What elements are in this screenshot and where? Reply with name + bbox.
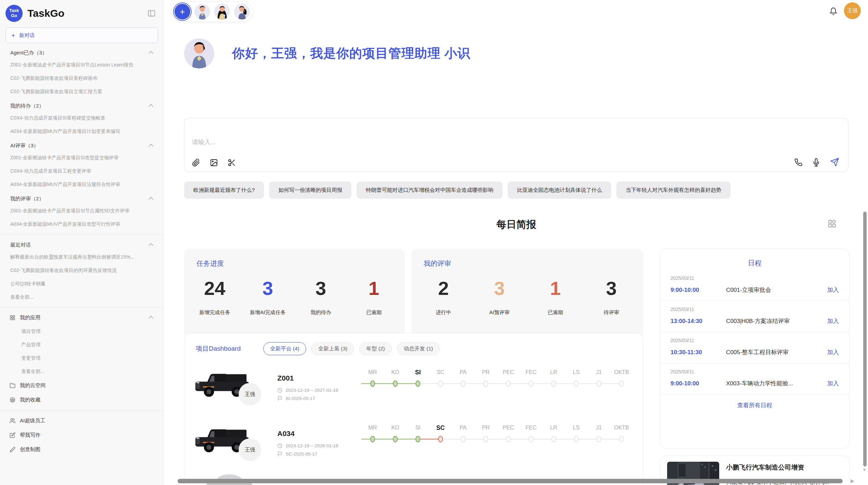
suggestion-chip[interactable]: 特朗普可能对进口汽车增税会对中国车企造成哪些影响 (357, 182, 503, 199)
dashboard-tab[interactable]: 全新上装 (3) (311, 342, 354, 355)
schedule-date: 2025/03/11 (671, 307, 839, 312)
sidebar-creative-drawing[interactable]: 创意制图 (0, 442, 164, 457)
recent-item[interactable]: C02-飞腾新能源轻客改款项目的闭环通告反馈情况 (0, 264, 164, 277)
project-dashboard-card: 项目Dashboard 全新平台 (4)全新上装 (3)年型 (2)动总开发 (… (184, 333, 643, 485)
recent-list: 解释最新出台的欧盟报废车法规再生塑料比例被调至15%...C02-飞腾新能源轻客… (0, 250, 164, 304)
sidebar-section-my-review[interactable]: 我的评审（2） (0, 191, 164, 204)
sidebar-section-agent-done[interactable]: Agent已办（3） (0, 45, 164, 58)
chat-input[interactable]: 请输入... (192, 138, 704, 146)
sidebar-item[interactable]: Z001-全新燃油皮卡产品开发项目SI节点Lesson Learn报告 (0, 58, 164, 72)
milestone-dot-area (588, 433, 610, 445)
microphone-icon[interactable] (812, 158, 820, 166)
suggestion-chip[interactable]: 欧洲新规最近颁布了什么? (184, 182, 264, 199)
clock-icon (277, 443, 282, 448)
join-link[interactable]: 加入 (827, 380, 839, 387)
new-chat-button[interactable]: + 新对话 (5, 27, 158, 43)
composer-attachments (192, 159, 236, 167)
sidebar-help-me-write[interactable]: 帮我写作 (0, 428, 164, 442)
image-icon[interactable] (210, 159, 218, 167)
schedule-name: C003|H0B-方案冻结评审 (726, 317, 822, 325)
section-title: 最近对话 (10, 242, 31, 248)
app-item[interactable]: 查看全部... (0, 365, 164, 378)
my-apps-label: 我的应用 (20, 314, 40, 321)
section-count: （2） (31, 196, 44, 202)
recent-item[interactable]: 查看全部... (0, 290, 164, 304)
milestone-label: KO (384, 367, 407, 378)
suggestion-chip[interactable]: 比亚迪全固态电池计划具体说了什么 (508, 182, 611, 199)
sidebar-section-ai-review[interactable]: AI评审（3） (0, 138, 164, 151)
schedule-item: 2025/03/11 9:00-10:00 X003-车辆动力学性能验... 加… (660, 363, 849, 395)
join-link[interactable]: 加入 (827, 286, 839, 294)
dashboard-tab[interactable]: 全新平台 (4) (263, 342, 306, 355)
milestone-label: PA (452, 367, 474, 378)
join-link[interactable]: 加入 (827, 348, 839, 356)
app-item[interactable]: 产品管理 (0, 338, 164, 351)
section-title: 我的待办 (10, 103, 31, 109)
app-item[interactable]: 变更管理 (0, 351, 164, 365)
milestone-dot (370, 381, 375, 387)
sidebar-collapse-icon[interactable] (147, 9, 156, 17)
schedule-main: 10:30-11:30 C005-整车工程目标评审 加入 (671, 348, 839, 356)
sidebar-item[interactable]: Z001-全新燃油轻卡产品开发项目SI造型提交物评审 (0, 151, 164, 164)
stat: 3 待评审 (592, 278, 630, 316)
view-all-schedule-link[interactable]: 查看所有日程 (660, 401, 849, 409)
assistant-avatar-3[interactable] (234, 4, 250, 20)
dashboard-tab[interactable]: 年型 (2) (359, 342, 391, 355)
schedule-name: C005-整车工程目标评审 (726, 348, 822, 356)
grid-apps-icon[interactable] (828, 219, 836, 228)
dashboard-tab[interactable]: 动总开发 (1) (397, 342, 440, 355)
milestone-label: LR (542, 422, 565, 433)
scroll-right-arrow[interactable]: ▶ (851, 478, 855, 484)
scissors-icon[interactable] (228, 159, 236, 167)
sidebar-favorites[interactable]: 我的收藏 (0, 393, 164, 407)
assistant-avatar-2[interactable] (214, 4, 230, 20)
sidebar-item[interactable]: A034-全新新能源MUV产品开发项目法规符合性评审 (0, 178, 164, 191)
project-row-a034[interactable]: 王强 A034 2023-12-19 ~ 2026-01-19 SC-2025-… (184, 418, 643, 468)
sidebar-item[interactable]: A034-全新新能源MUV产品开发项目计划变更表编写 (0, 125, 164, 138)
sidebar-item[interactable]: C02-飞腾新能源轻客改款项目立项汇报方案 (0, 85, 164, 98)
recent-item[interactable]: 公司Q3轻卡销量 (0, 277, 164, 290)
sidebar-item[interactable]: C02-飞腾新能源轻客改款项目里程碑画布 (0, 72, 164, 85)
app-item[interactable]: 项目管理 (0, 325, 164, 338)
add-assistant-button[interactable]: + (174, 4, 190, 20)
section-title: AI评审 (10, 142, 25, 149)
vertical-scrollbar[interactable] (863, 212, 867, 467)
assistant-switcher: + (171, 1, 253, 22)
project-row-z001[interactable]: 王强 Z001 2023-12-19 ~ 2027-01-19 SI-2025-… (184, 362, 643, 413)
sidebar-ai-super-staff[interactable]: AI超级员工 (0, 413, 164, 428)
scroll-down-arrow[interactable]: ▼ (862, 467, 867, 472)
milestone-label: PEC (497, 367, 520, 378)
milestone-label: SI (407, 367, 429, 378)
send-icon[interactable] (830, 158, 839, 167)
sidebar-section-recent[interactable]: 最近对话 (0, 237, 164, 250)
schedule-name: X003-车辆动力学性能验... (726, 380, 822, 387)
join-link[interactable]: 加入 (827, 317, 839, 325)
user-avatar[interactable]: 王强 (844, 2, 861, 19)
milestone: J1 (588, 367, 610, 389)
project-code: Z001 (277, 374, 361, 382)
suggestion-chip[interactable]: 如何写一份清晰的项目周报 (269, 182, 351, 199)
sidebar-section-my-todo[interactable]: 我的待办（2） (0, 98, 164, 111)
suggestion-chip[interactable]: 当下年轻人对汽车外观有怎样的喜好趋势 (616, 182, 731, 199)
chevron-up-icon (149, 316, 154, 321)
horizontal-scrollbar[interactable] (178, 479, 843, 483)
schedule-name: C001-立项审批会 (726, 286, 822, 294)
schedule-time: 10:30-11:30 (671, 349, 726, 356)
sidebar-item[interactable]: A034-全新新能源MUV产品开发项目造型可行性评审 (0, 217, 164, 231)
assistant-avatar-1[interactable] (194, 4, 210, 20)
bell-icon[interactable] (829, 7, 837, 15)
stat-label: 进行中 (425, 309, 462, 316)
sidebar-cloud-space[interactable]: 我的云空间 (0, 378, 164, 393)
milestone-label: PR (474, 367, 497, 378)
paperclip-icon[interactable] (192, 159, 200, 167)
phone-icon[interactable] (794, 158, 803, 166)
recent-item[interactable]: 解释最新出台的欧盟报废车法规再生塑料比例被调至15%... (0, 250, 164, 264)
briefing-title: 每日简报 (184, 218, 848, 232)
sidebar-item[interactable]: C0X4-动力总成开发项目工程变更评审 (0, 164, 164, 178)
milestone-dot-area (610, 433, 633, 445)
stat-value: 3 (592, 278, 630, 299)
sidebar-item[interactable]: C0X4-动力总成开发项目SI里程碑提交物检查 (0, 111, 164, 125)
milestone: SC (429, 422, 452, 445)
sidebar-item[interactable]: Z001-全新燃油轻卡产品开发项目SI节点属性5D文件评审 (0, 204, 164, 217)
sidebar-my-apps[interactable]: 我的应用 (0, 310, 164, 325)
